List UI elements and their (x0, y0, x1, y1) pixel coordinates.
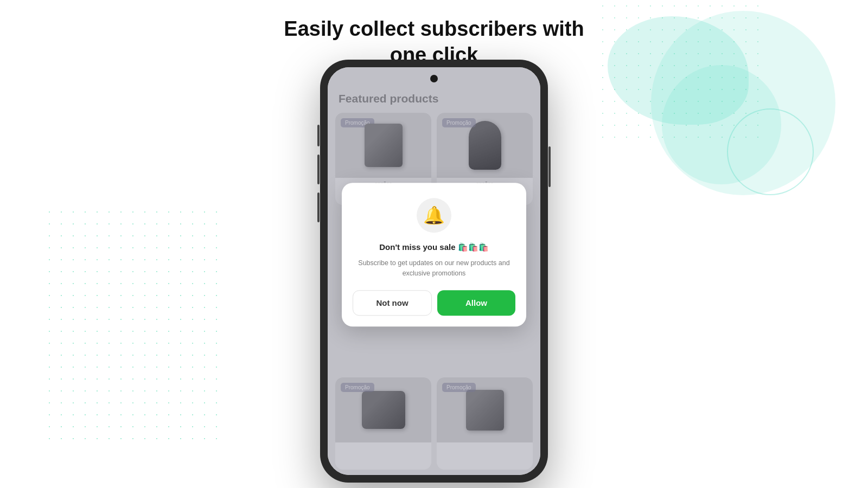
modal-title: Don't miss you sale 🛍️🛍️🛍️ (353, 241, 515, 253)
bell-icon: 🔔 (423, 205, 445, 226)
phone-screen-area: Featured products Promoção opções Promoç… (328, 67, 540, 475)
phone-screen: Featured products Promoção opções Promoç… (328, 67, 540, 475)
allow-button[interactable]: Allow (437, 291, 515, 316)
notification-modal: 🔔 Don't miss you sale 🛍️🛍️🛍️ Subscribe t… (342, 183, 526, 327)
dots-top-right-decoration (597, 0, 760, 141)
modal-subtitle: Subscribe to get updates on our new prod… (353, 258, 515, 279)
phone-side-button-3 (317, 192, 320, 222)
phone-side-button-2 (317, 155, 320, 184)
phone-mockup: Featured products Promoção opções Promoç… (320, 60, 548, 483)
phone-power-button (548, 146, 551, 187)
phone-side-button-1 (317, 125, 320, 146)
phone-shell: Featured products Promoção opções Promoç… (320, 60, 548, 483)
not-now-button[interactable]: Not now (353, 291, 432, 316)
dots-left-decoration (43, 206, 228, 445)
phone-camera (430, 75, 438, 82)
bell-icon-container: 🔔 (417, 198, 451, 233)
modal-buttons: Not now Allow (353, 291, 515, 316)
